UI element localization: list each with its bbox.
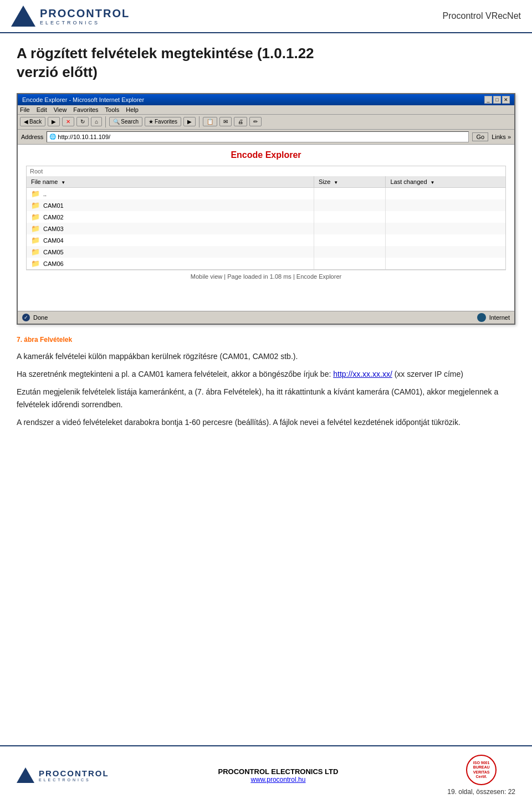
- browser-footer-links: Mobile view | Page loaded in 1.08 ms | E…: [26, 270, 506, 283]
- status-done: Done: [33, 314, 48, 321]
- footer-encode-explorer[interactable]: Encode Explorer: [296, 273, 341, 280]
- address-input[interactable]: 🌐 http://10.10.11.109/: [47, 131, 469, 142]
- table-row[interactable]: 📁CAM05: [27, 246, 505, 258]
- file-size-cell: [314, 199, 386, 211]
- file-browser: Root File name ▼ Size ▼: [26, 166, 506, 270]
- file-name-cell[interactable]: 📁CAM04: [27, 234, 314, 246]
- table-row[interactable]: 📁CAM01: [27, 199, 505, 211]
- page-number: 19. oldal, összesen: 22: [447, 788, 515, 796]
- search-button[interactable]: 🔍 Search: [109, 117, 142, 126]
- menu-file[interactable]: File: [20, 106, 30, 113]
- body-link[interactable]: http://xx.xx.xx.xx/: [333, 370, 392, 378]
- minimize-button[interactable]: _: [484, 96, 492, 104]
- address-url: http://10.10.11.109/: [58, 134, 110, 140]
- filename-sort-icon: ▼: [61, 180, 65, 185]
- body-paragraph-1: A kamerák felvételei külön mappákban ker…: [17, 350, 515, 362]
- address-bar: Address 🌐 http://10.10.11.109/ Go Links …: [18, 130, 514, 145]
- status-left: ✓ Done: [22, 314, 48, 321]
- file-name-cell[interactable]: 📁CAM03: [27, 223, 314, 234]
- file-name-cell[interactable]: 📁CAM05: [27, 246, 314, 258]
- toolbar-separator-2: [199, 116, 200, 127]
- logo-brand: PROCONTROL: [40, 7, 130, 20]
- table-header-row: File name ▼ Size ▼ Last changed ▼: [27, 176, 505, 188]
- company-url[interactable]: www.procontrol.hu: [218, 776, 339, 783]
- file-name: ..: [43, 191, 47, 197]
- lastchanged-sort-icon: ▼: [431, 180, 435, 185]
- file-name-cell[interactable]: 📁CAM06: [27, 258, 314, 269]
- header-logo: PROCONTROL ELECTRONICS: [11, 6, 130, 27]
- footer-logo-triangle: [17, 767, 34, 783]
- table-row[interactable]: 📁CAM04: [27, 234, 505, 246]
- file-table: File name ▼ Size ▼ Last changed ▼: [27, 176, 505, 269]
- menu-view[interactable]: View: [54, 106, 67, 113]
- history-button[interactable]: 📋: [203, 117, 217, 126]
- file-lastchanged-cell: [386, 258, 505, 269]
- logo-triangle-icon: [11, 6, 35, 27]
- menu-help[interactable]: Help: [126, 106, 139, 113]
- menu-tools[interactable]: Tools: [105, 106, 120, 113]
- encode-explorer-title: Encode Explorer: [26, 150, 506, 160]
- browser-title-text: Encode Explorer - Microsoft Internet Exp…: [22, 96, 144, 103]
- heading-line2: verzió előtt): [17, 64, 98, 80]
- status-right: Internet: [477, 313, 510, 322]
- heading-line1: A rögzített felvételek megtekintése (1.0…: [17, 45, 314, 62]
- home-button[interactable]: ⌂: [91, 117, 102, 126]
- table-row[interactable]: 📁CAM06: [27, 258, 505, 269]
- mail-button[interactable]: ✉: [219, 117, 232, 126]
- body-paragraph-4: A rendszer a videó felvételeket darabokr…: [17, 416, 515, 428]
- media-button[interactable]: ▶: [183, 117, 196, 126]
- browser-status-bar: ✓ Done Internet: [18, 311, 514, 324]
- file-lastchanged-cell: [386, 187, 505, 199]
- forward-button[interactable]: ▶: [48, 117, 60, 126]
- browser-menubar: File Edit View Favorites Tools Help: [18, 105, 514, 115]
- table-row[interactable]: 📁CAM03: [27, 223, 505, 234]
- toolbar-separator-1: [105, 116, 106, 127]
- favorites-icon: ★: [149, 119, 154, 125]
- column-filename[interactable]: File name ▼: [27, 176, 314, 188]
- file-table-body: 📁..📁CAM01📁CAM02📁CAM03📁CAM04📁CAM05📁CAM06: [27, 187, 505, 269]
- links-label: Links »: [492, 134, 511, 140]
- back-icon: ◀: [24, 119, 28, 125]
- file-size-cell: [314, 246, 386, 258]
- status-zone: Internet: [489, 314, 510, 321]
- file-name-cell[interactable]: 📁CAM01: [27, 199, 314, 211]
- logo-text: PROCONTROL ELECTRONICS: [40, 7, 130, 25]
- maximize-button[interactable]: □: [493, 96, 501, 104]
- file-name-cell[interactable]: 📁..: [27, 187, 314, 199]
- body-paragraph-2: Ha szeretnénk megtekinteni a pl. a CAM01…: [17, 368, 515, 380]
- file-lastchanged-cell: [386, 246, 505, 258]
- footer-logo-brand: PROCONTROL: [39, 769, 109, 778]
- close-button[interactable]: ✕: [502, 96, 510, 104]
- print-button[interactable]: 🖨: [234, 117, 247, 126]
- internet-icon: [477, 313, 486, 322]
- file-name: CAM02: [43, 214, 64, 221]
- menu-edit[interactable]: Edit: [37, 106, 47, 113]
- paragraph-1-text: A kamerák felvételei külön mappákban ker…: [17, 352, 298, 361]
- file-name-cell[interactable]: 📁CAM02: [27, 211, 314, 223]
- media-icon: ▶: [187, 119, 192, 125]
- table-row[interactable]: 📁..: [27, 187, 505, 199]
- folder-icon: 📁: [31, 190, 40, 198]
- back-button[interactable]: ◀ Back: [20, 117, 45, 126]
- refresh-button[interactable]: ↻: [76, 117, 89, 126]
- go-button[interactable]: Go: [472, 132, 488, 141]
- edit-button[interactable]: ✏: [249, 117, 262, 126]
- favorites-button[interactable]: ★ Favorites: [145, 117, 181, 126]
- file-lastchanged-cell: [386, 223, 505, 234]
- footer-logo-sub: ELECTRONICS: [39, 778, 109, 782]
- size-sort-icon: ▼: [334, 180, 338, 185]
- browser-controls[interactable]: _ □ ✕: [484, 96, 510, 104]
- column-size[interactable]: Size ▼: [314, 176, 386, 188]
- footer-mobile-view[interactable]: Mobile view: [191, 273, 222, 280]
- address-label: Address: [21, 134, 43, 140]
- page-footer: PROCONTROL ELECTRONICS PROCONTROL ELECTR…: [0, 745, 532, 804]
- company-url-link[interactable]: www.procontrol.hu: [251, 776, 306, 783]
- file-size-cell: [314, 223, 386, 234]
- stop-button[interactable]: ✕: [62, 117, 74, 126]
- folder-icon: 📁: [31, 248, 40, 256]
- menu-favorites[interactable]: Favorites: [73, 106, 98, 113]
- table-row[interactable]: 📁CAM02: [27, 211, 505, 223]
- file-size-cell: [314, 234, 386, 246]
- column-lastchanged[interactable]: Last changed ▼: [386, 176, 505, 188]
- file-name: CAM05: [43, 249, 64, 255]
